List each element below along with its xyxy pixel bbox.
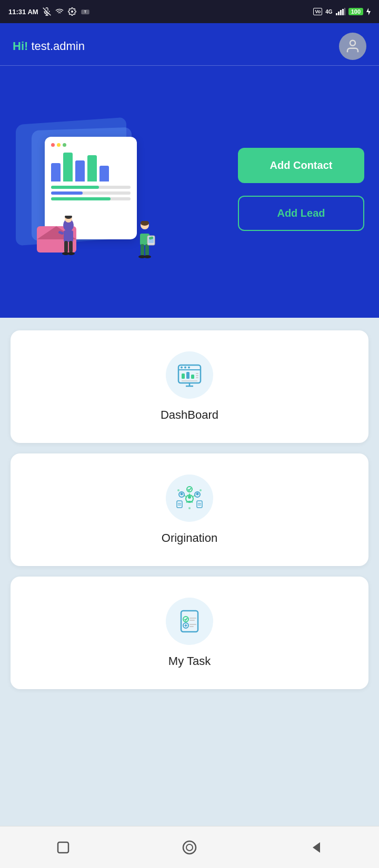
svg-rect-8: [340, 10, 342, 15]
dashboard-icon-circle: [166, 351, 213, 399]
svg-rect-6: [336, 13, 337, 15]
svg-rect-9: [342, 9, 344, 15]
add-contact-button[interactable]: Add Contact: [238, 148, 364, 183]
svg-rect-59: [197, 501, 202, 508]
svg-text:T: T: [84, 10, 86, 14]
illus-chart: [51, 150, 131, 181]
svg-rect-25: [141, 244, 144, 256]
illus-bar-1: [51, 186, 131, 189]
svg-point-28: [144, 255, 151, 258]
svg-rect-7: [338, 12, 340, 15]
svg-point-47: [188, 496, 191, 499]
dashboard-card[interactable]: DashBoard: [11, 330, 368, 443]
username-text: test.admin: [31, 39, 85, 53]
mute-icon: [43, 7, 51, 16]
svg-point-3: [71, 11, 73, 13]
mytask-icon-circle: [166, 598, 213, 645]
add-lead-button[interactable]: Add Lead: [238, 196, 364, 231]
back-icon: [308, 840, 323, 855]
user-icon: [345, 38, 361, 54]
mytask-icon: [176, 608, 203, 635]
charging-icon: [366, 8, 371, 15]
header-row: Hi! test.admin: [0, 23, 379, 65]
svg-rect-39: [191, 375, 194, 379]
svg-point-35: [184, 367, 186, 369]
illus-figure-1: [55, 216, 82, 263]
svg-rect-17: [64, 241, 68, 253]
svg-rect-18: [69, 241, 73, 253]
svg-rect-74: [58, 842, 68, 853]
svg-point-12: [350, 41, 355, 46]
svg-rect-42: [196, 375, 198, 376]
status-left: 11:31 AM T: [8, 7, 90, 16]
nav-back-button[interactable]: [300, 832, 332, 863]
svg-rect-16: [64, 230, 73, 242]
svg-rect-10: [344, 8, 345, 15]
svg-point-36: [188, 367, 190, 369]
svg-point-49: [180, 492, 183, 495]
greeting-hi: Hi!: [13, 39, 28, 53]
illus-figure-2: [132, 221, 158, 266]
nav-home-button[interactable]: [174, 832, 205, 863]
circle-icon: [181, 839, 198, 856]
svg-point-51: [196, 492, 198, 495]
square-icon: [56, 840, 71, 855]
svg-point-64: [188, 507, 191, 509]
greeting: Hi! test.admin: [13, 39, 85, 53]
battery-display: 100: [348, 8, 363, 15]
svg-point-20: [67, 252, 75, 255]
mytask-card[interactable]: My Task: [11, 577, 368, 689]
illus-bar-3: [51, 197, 131, 200]
time-display: 11:31 AM: [8, 8, 38, 16]
hero-buttons: Add Contact Add Lead: [238, 148, 364, 231]
svg-rect-38: [186, 372, 190, 379]
volte-badge: Vo: [313, 8, 322, 15]
signal-icon: [336, 8, 345, 15]
svg-marker-77: [313, 842, 320, 853]
svg-rect-41: [196, 373, 198, 374]
svg-point-76: [186, 844, 193, 851]
mytask-label: My Task: [168, 654, 211, 668]
illus-bar-2: [51, 191, 131, 195]
svg-rect-26: [145, 244, 149, 256]
nav-square-button[interactable]: [47, 832, 79, 863]
status-bar: 11:31 AM T Vo 4G 100: [0, 0, 379, 23]
bottom-nav: [0, 826, 379, 868]
dashboard-icon: [176, 362, 203, 388]
header-divider: [0, 65, 379, 66]
svg-rect-21: [58, 230, 64, 235]
avatar[interactable]: [339, 33, 366, 60]
hero-content: Add Contact Add Lead: [0, 71, 379, 318]
origination-card[interactable]: Origination: [11, 453, 368, 566]
teams-icon: T: [81, 7, 90, 16]
main-content: DashBoard: [0, 318, 379, 868]
svg-rect-43: [196, 377, 198, 378]
wifi-icon: [55, 7, 64, 16]
svg-rect-56: [177, 501, 182, 508]
svg-point-34: [181, 367, 183, 369]
dashboard-label: DashBoard: [161, 408, 218, 422]
illus-dots: [51, 143, 131, 147]
origination-label: Origination: [162, 531, 217, 545]
svg-point-62: [177, 489, 179, 491]
origination-icon-circle: [166, 475, 213, 522]
origination-icon: [175, 484, 204, 513]
settings-icon: [68, 7, 76, 16]
svg-point-75: [183, 841, 196, 854]
svg-rect-37: [182, 374, 185, 379]
hero-illustration: [11, 110, 168, 268]
hero-section: Hi! test.admin: [0, 23, 379, 318]
4g-badge: 4G: [325, 9, 332, 15]
svg-point-63: [200, 489, 202, 491]
svg-marker-11: [366, 8, 371, 15]
status-right: Vo 4G 100: [313, 8, 371, 15]
